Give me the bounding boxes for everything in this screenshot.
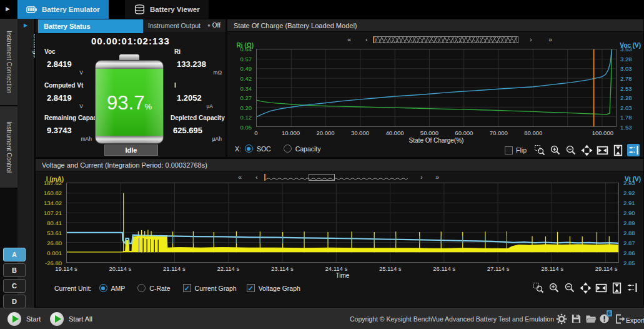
- fit-horizontal-icon[interactable]: [596, 144, 608, 156]
- settings-expand-icon[interactable]: ▶: [24, 23, 27, 28]
- scroll-last-icon[interactable]: »: [435, 174, 439, 181]
- save-icon[interactable]: [571, 313, 582, 326]
- pan-icon[interactable]: [580, 144, 593, 156]
- channel-button-c[interactable]: C: [3, 279, 26, 293]
- radio-capacity[interactable]: [284, 144, 292, 153]
- stat-unit: mΩ: [174, 69, 222, 76]
- channel-button-a[interactable]: A: [3, 248, 26, 261]
- soc-scroll-thumb[interactable]: [373, 36, 518, 43]
- stat-label: Ri: [174, 48, 234, 55]
- vc-scroll-preview[interactable]: [265, 174, 408, 181]
- soc-left-axis-ticks: 0.640.570.490.420.340.270.200.120.05: [227, 49, 254, 127]
- zoom-in-icon[interactable]: [549, 144, 562, 156]
- battery-graphic: 93.7%: [95, 54, 164, 144]
- soc-panel-title: State Of Charge (Battery Loaded Model): [227, 19, 643, 32]
- app-window: ▶ Battery Emulator Battery Viewer Instru…: [0, 0, 644, 329]
- elapsed-time: 00.00:01:02:133: [36, 36, 225, 46]
- soc-x-controls: X: SOC Capacity: [235, 144, 321, 153]
- vc-unit-controls: Current Unit: AMP C-Rate ✓ Current Graph…: [54, 284, 300, 292]
- open-folder-icon[interactable]: [585, 313, 597, 326]
- main-content: Battery Status Instrument Output ● Off 0…: [35, 19, 644, 308]
- start-all-button[interactable]: Start All: [50, 312, 92, 326]
- scroll-prev-icon[interactable]: ‹: [365, 36, 368, 43]
- sidebar-item-instrument-connection[interactable]: Instrument Connection: [0, 19, 17, 106]
- fit-horizontal-icon[interactable]: [595, 281, 607, 294]
- stat-value: 133.238: [174, 59, 234, 69]
- channel-selector: A B C D: [3, 248, 27, 310]
- zoom-in-icon[interactable]: [548, 281, 560, 294]
- export-icon[interactable]: [615, 313, 626, 327]
- flip-checkbox[interactable]: [505, 146, 513, 154]
- battery-status-panel: Battery Status Instrument Output ● Off 0…: [35, 19, 226, 158]
- alert-count-badge: 6: [607, 310, 612, 316]
- radio-c-rate-label: C-Rate: [149, 285, 170, 292]
- start-all-label: Start All: [69, 315, 92, 323]
- pan-icon[interactable]: [579, 281, 592, 294]
- tab-battery-emulator[interactable]: Battery Emulator: [17, 0, 109, 19]
- channel-button-d[interactable]: D: [3, 295, 26, 308]
- battery-icon: [26, 4, 37, 15]
- radio-soc[interactable]: [245, 144, 253, 153]
- soc-percent: 93.7%: [96, 92, 163, 114]
- soc-x-axis-ticks: 010.00020.00030.00040.00050.00060.00070.…: [256, 129, 617, 136]
- channel-button-b[interactable]: B: [3, 263, 26, 277]
- bottom-bar: Start Start All Copyright © Keysight Ben…: [0, 308, 644, 329]
- tab-battery-viewer[interactable]: Battery Viewer: [125, 0, 209, 19]
- scroll-next-icon[interactable]: ›: [420, 174, 423, 181]
- zoom-out-icon[interactable]: [565, 144, 577, 156]
- scroll-next-icon[interactable]: ›: [530, 36, 532, 43]
- voltage-graph-checkbox[interactable]: ✓: [247, 284, 255, 292]
- vc-panel-title: Voltage and Current (Integration Period:…: [36, 159, 643, 171]
- vc-left-axis-ticks: 187.62160.82134.02107.2180.4153.6126.800…: [36, 183, 64, 263]
- soc-right-axis-ticks: 3.533.283.032.782.532.282.031.781.53: [618, 49, 643, 127]
- box-zoom-icon[interactable]: [533, 144, 546, 156]
- radio-amp[interactable]: [99, 284, 107, 292]
- zoom-out-icon[interactable]: [563, 281, 576, 294]
- soc-panel: State Of Charge (Battery Loaded Model) «…: [227, 19, 644, 158]
- start-label: Start: [26, 315, 41, 323]
- stat-unit: mAh: [44, 136, 92, 142]
- current-graph-checkbox[interactable]: ✓: [183, 284, 191, 292]
- scroll-prev-icon[interactable]: ‹: [255, 174, 258, 181]
- start-button[interactable]: Start: [7, 312, 41, 326]
- stat-value: 625.695: [171, 126, 230, 135]
- vc-scrollbar: « ‹ › »: [36, 174, 644, 181]
- stat-ri: Ri 133.238 mΩ: [174, 48, 234, 76]
- output-state-label: Off: [212, 22, 220, 29]
- fit-vertical-icon[interactable]: [612, 144, 624, 156]
- export-label[interactable]: Export: [626, 316, 644, 324]
- output-state-indicator: ● Off: [207, 22, 220, 29]
- sidebar-item-instrument-control[interactable]: Instrument Control: [0, 106, 17, 189]
- stat-unit: µAh: [171, 136, 222, 142]
- tab-label: Battery Emulator: [42, 6, 100, 13]
- autoscroll-icon[interactable]: [626, 281, 638, 294]
- scroll-last-icon[interactable]: »: [548, 36, 552, 43]
- top-tab-bar: ▶ Battery Emulator Battery Viewer: [0, 0, 644, 19]
- fit-vertical-icon[interactable]: [610, 281, 623, 294]
- battery-body: 93.7%: [95, 60, 164, 144]
- collapse-arrow-icon[interactable]: ▶: [6, 6, 10, 12]
- autoscroll-icon[interactable]: [627, 144, 640, 156]
- scroll-first-icon[interactable]: «: [347, 36, 351, 43]
- vc-scroll-window[interactable]: [309, 174, 335, 181]
- radio-capacity-label: Capacity: [295, 145, 321, 153]
- scroll-first-icon[interactable]: «: [238, 174, 242, 181]
- radio-c-rate[interactable]: [137, 284, 146, 292]
- stat-current: I 1.2052 µA: [174, 82, 234, 109]
- vc-chart-toolbar: [532, 281, 638, 294]
- battery-status-tab[interactable]: Battery Status: [38, 19, 143, 33]
- box-zoom-icon[interactable]: [532, 281, 545, 294]
- copyright-text: Copyright © Keysight BenchVue Advanced B…: [350, 315, 554, 323]
- battery-cap: [119, 54, 139, 60]
- current-graph-label: Current Graph: [195, 285, 237, 292]
- radio-amp-label: AMP: [111, 285, 126, 292]
- voltage-graph-label: Voltage Graph: [259, 285, 300, 292]
- soc-chart-plot[interactable]: [256, 49, 617, 127]
- vc-chart-plot[interactable]: [66, 183, 619, 263]
- flip-label: Flip: [516, 146, 527, 154]
- settings-gear-icon[interactable]: [556, 313, 567, 327]
- emulator-state-badge: Idle: [104, 144, 158, 156]
- instrument-output-tab[interactable]: Instrument Output: [148, 22, 201, 29]
- tab-label: Battery Viewer: [150, 6, 200, 13]
- stat-value: 1.2052: [174, 93, 234, 103]
